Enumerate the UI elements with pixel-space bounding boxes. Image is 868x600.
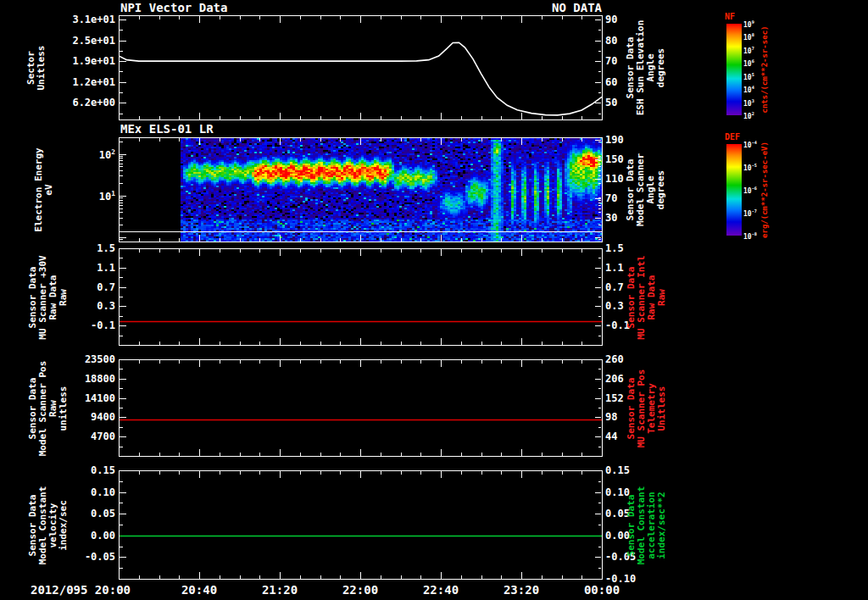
- colorbar-title: DEF: [725, 132, 740, 142]
- axis-label-line: Sensor Data: [626, 470, 636, 580]
- colorbar-tick-label: 106: [743, 58, 754, 68]
- colorbar-tick-label: 10-6: [743, 186, 757, 195]
- axis-label-line: Sensor Data: [27, 359, 37, 457]
- panel1-title: NPI Vector Data: [120, 1, 227, 14]
- axis-label-line: degrees: [656, 15, 666, 120]
- x-axis-tick-label: 00:00: [576, 583, 627, 597]
- axis-label-line: MU Scanner +30V: [37, 248, 47, 346]
- colorbar-units: erg/(cm**2-sr-sec-eV): [760, 135, 771, 245]
- left-axis-title: Sensor DataModel Constantvelocityindex/s…: [27, 470, 68, 580]
- axis-label-line: index/sec**2: [656, 470, 666, 580]
- colorbar-tick-label: 109: [743, 19, 754, 29]
- left-axis-title: Sensor DataMU Scanner +30VRaw DataRaw: [27, 248, 68, 346]
- axis-label-line: Sensor Data: [27, 470, 37, 580]
- axis-label-line: MU Scanner Pos: [636, 359, 646, 457]
- left-axis-tick-label: 102: [59, 148, 115, 161]
- axis-label-line: Model Scanner Pos: [37, 359, 47, 457]
- mu-scanner-30v-plot-canvas: [119, 248, 603, 346]
- colorbar-gradient: [726, 144, 742, 236]
- npi-vector-plot-canvas: [119, 15, 603, 120]
- colorbar-units: cnts/(cm**2-sr-sec): [760, 14, 771, 125]
- colorbar-tick-label: 108: [743, 32, 754, 42]
- left-axis-title: Electron EnergyeV: [34, 137, 54, 242]
- no-data-status: NO DATA: [475, 1, 602, 14]
- axis-label-line: Sensor Data: [27, 248, 37, 346]
- els-spectrogram-canvas: [119, 137, 603, 242]
- colorbar-tick-label: 10-4: [743, 140, 757, 149]
- science-multipanel-plot: NPI Vector Data NO DATA MEx ELS-01 LR 20…: [0, 0, 868, 600]
- model-constant-velocity-plot-canvas: [119, 470, 603, 580]
- x-axis-tick-label: 22:40: [415, 583, 466, 597]
- left-axis-tick-label: 3.1e+01: [59, 14, 115, 25]
- axis-label-line: Raw Data: [646, 248, 656, 346]
- axis-label-line: Model Constant: [37, 470, 47, 580]
- right-axis-title: Sensor DataMU Scanner IntlRaw DataRaw: [626, 248, 666, 346]
- axis-label-line: degrees: [656, 137, 666, 242]
- axis-label-line: Telemetry: [646, 359, 656, 457]
- axis-label-line: Sensor Data: [626, 359, 636, 457]
- x-axis-tick-label: 22:00: [335, 583, 386, 597]
- axis-label-line: Sensor Data: [626, 248, 636, 346]
- axis-label-line: Unitless: [36, 15, 47, 120]
- left-axis-tick-label: 6.2e+00: [59, 97, 115, 108]
- axis-label-line: MU Scanner Intl: [636, 248, 646, 346]
- colorbar-tick-label: 103: [743, 98, 754, 108]
- axis-label-line: velocity: [47, 470, 58, 580]
- colorbar-title: NF: [725, 12, 735, 21]
- x-axis-start-label: 2012/095 20:00: [31, 583, 131, 597]
- left-axis-tick-label: 1.9e+01: [59, 55, 115, 67]
- x-axis-tick-label: 23:20: [496, 583, 547, 597]
- right-axis-title: Sensor DataModel ScannerAngledegrees: [626, 137, 666, 242]
- left-axis-title: SectorUnitless: [26, 15, 47, 120]
- panel2-title: MEx ELS-01 LR: [120, 122, 214, 136]
- colorbar-tick-label: 107: [743, 46, 754, 55]
- colorbar-tick-label: 104: [743, 85, 754, 94]
- colorbar-tick-label: 10-5: [743, 163, 757, 172]
- left-axis-title: Sensor DataModel Scanner PosRawunitless: [27, 359, 68, 457]
- colorbar-tick-label: 102: [743, 111, 754, 120]
- axis-label-line: Unitless: [656, 359, 666, 457]
- model-scanner-pos-plot-canvas: [119, 359, 603, 457]
- colorbar-tick-label: 10-8: [743, 231, 757, 241]
- axis-label-line: Model Constant: [636, 470, 646, 580]
- colorbar-tick-label: 105: [743, 72, 754, 81]
- colorbar-tick-label: 10-7: [743, 208, 757, 218]
- axis-label-line: Raw: [58, 248, 68, 346]
- left-axis-tick-label: 101: [59, 190, 115, 203]
- right-axis-title: Sensor DataMU Scanner PosTelemetryUnitle…: [626, 359, 666, 457]
- right-axis-title: Sensor DataESH Sun ElevationAngledegrees: [626, 15, 666, 120]
- axis-label-line: Raw: [656, 248, 666, 346]
- axis-label-line: Raw: [47, 359, 58, 457]
- axis-label-line: Raw Data: [47, 248, 58, 346]
- axis-label-line: eV: [44, 137, 54, 242]
- axis-label-line: index/sec: [58, 470, 68, 580]
- colorbar-gradient: [726, 24, 742, 115]
- axis-label-line: unitless: [58, 359, 68, 457]
- axis-label-line: acceleration: [646, 470, 656, 580]
- left-axis-tick-label: 1.2e+01: [59, 76, 115, 88]
- left-axis-tick-label: 2.5e+01: [59, 35, 115, 47]
- x-axis-tick-label: 21:20: [254, 583, 305, 597]
- x-axis-tick-label: 20:40: [174, 583, 225, 597]
- right-axis-title: Sensor DataModel Constantaccelerationind…: [626, 470, 666, 580]
